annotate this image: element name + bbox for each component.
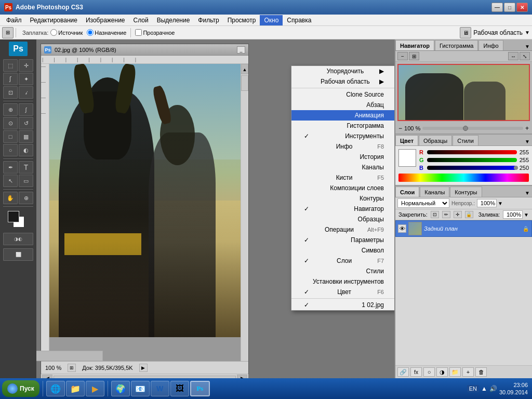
- menu-actions[interactable]: Операции Alt+F9: [291, 224, 394, 235]
- menu-character[interactable]: Символ: [291, 245, 394, 256]
- menu-history[interactable]: История: [291, 152, 394, 162]
- blend-mode-select[interactable]: Нормальный: [397, 198, 449, 208]
- word-taskbar-btn[interactable]: W: [151, 381, 169, 396]
- menu-info[interactable]: Инфо F8: [291, 141, 394, 152]
- layer-row[interactable]: 👁 Задний план 🔒: [395, 220, 532, 237]
- menu-paths[interactable]: Контуры: [291, 193, 394, 204]
- nav-icon2[interactable]: ⤡: [520, 52, 530, 60]
- menu-help[interactable]: Справка: [283, 15, 315, 25]
- move-tool[interactable]: ✛: [19, 59, 33, 72]
- scroll-down-btn[interactable]: ▼: [36, 351, 103, 361]
- menu-image[interactable]: Изображение: [82, 15, 129, 25]
- menu-navigator[interactable]: ✓ Навигатор: [291, 204, 394, 214]
- blur-tool[interactable]: ○: [3, 144, 18, 156]
- explorer-taskbar-btn[interactable]: 📁: [66, 381, 85, 396]
- photoshop-taskbar-btn[interactable]: Ps: [190, 381, 210, 396]
- zoom-minus-btn[interactable]: −: [398, 125, 402, 132]
- nav-panel-menu[interactable]: ▼: [523, 43, 532, 50]
- menu-file-item[interactable]: ✓ 1 02.jpg: [291, 300, 394, 310]
- delete-layer-btn[interactable]: 🗑: [475, 367, 487, 377]
- menu-layers[interactable]: ✓ Слои F7: [291, 256, 394, 266]
- close-button[interactable]: ✕: [516, 3, 528, 12]
- maximize-button[interactable]: □: [504, 3, 515, 12]
- styles-tab-btn[interactable]: Стили: [453, 135, 478, 145]
- scroll-right-btn[interactable]: ▶: [237, 375, 247, 378]
- marquee-tool[interactable]: ⬚: [3, 59, 18, 72]
- histogram-tab[interactable]: Гистограмма: [435, 40, 478, 50]
- gradient-tool[interactable]: ▦: [19, 130, 33, 143]
- menu-options[interactable]: ✓ Параметры: [291, 235, 394, 245]
- channels-tab-btn[interactable]: Каналы: [420, 187, 449, 197]
- info-tab[interactable]: Инфо: [478, 40, 503, 50]
- layer-visibility-toggle[interactable]: 👁: [398, 224, 406, 233]
- quickmask-mode[interactable]: ◑◐: [3, 233, 33, 245]
- g-slider[interactable]: [427, 158, 517, 162]
- menu-paragraph[interactable]: Абзац: [291, 100, 394, 110]
- chrome-taskbar-btn[interactable]: 🌍: [111, 381, 130, 396]
- scroll-left-btn[interactable]: ◀: [42, 375, 52, 378]
- menu-swatches[interactable]: Образцы: [291, 214, 394, 224]
- layers-tab-btn[interactable]: Слои: [395, 187, 419, 197]
- lock-position-btn[interactable]: ✛: [454, 211, 462, 218]
- minimize-button[interactable]: —: [491, 3, 503, 12]
- dodge-tool[interactable]: ◐: [19, 144, 33, 156]
- lock-image-btn[interactable]: ✏: [442, 211, 450, 218]
- r-slider[interactable]: [427, 150, 517, 154]
- fill-input[interactable]: [503, 210, 523, 219]
- network-icon[interactable]: ▲: [481, 385, 487, 392]
- menu-edit[interactable]: Редактирование: [26, 15, 82, 25]
- mail-taskbar-btn[interactable]: 📧: [131, 381, 150, 396]
- fg-color-swatch[interactable]: [8, 211, 19, 222]
- eraser-tool[interactable]: □: [3, 130, 18, 143]
- navigator-preview[interactable]: [397, 64, 530, 121]
- add-adj-btn[interactable]: ◑: [436, 367, 448, 377]
- menu-view[interactable]: Просмотр: [223, 15, 260, 25]
- link-layers-btn[interactable]: 🔗: [397, 367, 409, 377]
- lock-all-btn[interactable]: 🔒: [465, 211, 473, 218]
- transparent-checkbox[interactable]: Прозрачное: [135, 29, 175, 36]
- menu-selection[interactable]: Выделение: [153, 15, 194, 25]
- menu-tool-presets[interactable]: Установки инструментов: [291, 276, 394, 287]
- canvas-image-area[interactable]: [49, 64, 241, 337]
- history-brush-tool[interactable]: ↺: [19, 117, 33, 129]
- nav-zoom-out[interactable]: −: [397, 52, 408, 60]
- ie-taskbar-btn[interactable]: 🌐: [46, 381, 65, 396]
- text-tool[interactable]: T: [19, 161, 33, 174]
- eyedropper-tool[interactable]: 𝒾: [19, 86, 33, 99]
- dest-radio[interactable]: Назначение: [87, 29, 126, 36]
- lock-transparent-btn[interactable]: ⊡: [431, 211, 439, 218]
- hand-tool[interactable]: ✋: [3, 192, 18, 204]
- scrollbar-v[interactable]: ▲ ▼: [241, 64, 248, 361]
- swatches-tab-btn[interactable]: Образцы: [419, 135, 452, 145]
- brush-tool[interactable]: ∫: [19, 103, 33, 116]
- menu-tools[interactable]: ✓ Инструменты: [291, 131, 394, 141]
- screen-mode[interactable]: ⬜: [3, 248, 33, 261]
- crop-tool[interactable]: ⊡: [3, 86, 18, 99]
- menu-styles[interactable]: Стили: [291, 266, 394, 276]
- scroll-up-btn[interactable]: ▲: [241, 64, 248, 74]
- menu-layer[interactable]: Слой: [129, 15, 153, 25]
- opacity-input[interactable]: [477, 199, 497, 207]
- canvas-minimize-btn[interactable]: _: [237, 46, 245, 54]
- zoom-plus-btn[interactable]: +: [525, 125, 529, 132]
- media-taskbar-btn[interactable]: ▶: [86, 381, 104, 396]
- menu-arrange[interactable]: Упорядочить ▶: [291, 66, 394, 76]
- add-style-btn[interactable]: fx: [410, 367, 422, 377]
- new-layer-btn[interactable]: +: [462, 367, 474, 377]
- color-preview-box[interactable]: [398, 149, 416, 167]
- menu-layer-comps[interactable]: Композиции слоев: [291, 183, 394, 193]
- nav-icon1[interactable]: ↔: [508, 52, 518, 60]
- shape-tool[interactable]: ▭: [19, 175, 33, 187]
- menu-color[interactable]: ✓ Цвет F6: [291, 287, 394, 297]
- menu-workspace[interactable]: Рабочая область ▶: [291, 76, 394, 87]
- zoom-tool[interactable]: ⊕: [19, 192, 33, 204]
- image-taskbar-btn[interactable]: 🖼: [170, 381, 189, 396]
- menu-file[interactable]: Файл: [2, 15, 26, 25]
- menu-clone-source[interactable]: Clone Source: [291, 89, 394, 100]
- color-panel-menu[interactable]: ▼: [523, 138, 532, 145]
- volume-icon[interactable]: 🔊: [489, 385, 497, 392]
- start-button[interactable]: Пуск: [2, 380, 39, 397]
- stamp-tool[interactable]: ⊙: [3, 117, 18, 129]
- menu-filter[interactable]: Фильтр: [194, 15, 223, 25]
- scroll-thumb-v[interactable]: [241, 75, 248, 91]
